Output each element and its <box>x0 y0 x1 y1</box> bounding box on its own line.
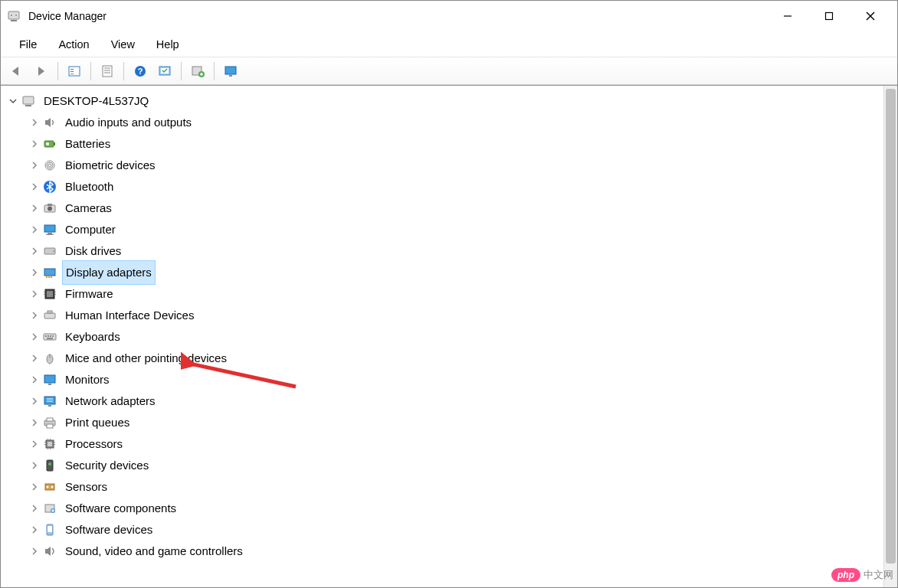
svg-rect-77 <box>50 448 51 449</box>
chevron-right-icon[interactable] <box>28 416 41 429</box>
fingerprint-icon <box>42 158 57 173</box>
mouse-icon <box>42 351 57 366</box>
toolbar: ? <box>1 57 897 85</box>
tree-item[interactable]: Audio inputs and outputs <box>25 112 880 133</box>
chevron-right-icon[interactable] <box>28 352 41 364</box>
tree-item[interactable]: Software components <box>25 498 880 519</box>
tree-item[interactable]: Sensors <box>25 476 880 498</box>
svg-rect-27 <box>54 142 55 145</box>
tree-item[interactable]: Processors <box>25 433 880 455</box>
chevron-right-icon[interactable] <box>28 395 41 407</box>
svg-rect-67 <box>47 424 53 428</box>
tree-item-label: Software devices <box>62 518 156 541</box>
tree-item-label: Software components <box>62 497 179 520</box>
svg-rect-49 <box>54 292 56 292</box>
tree-root-label: DESKTOP-4L537JQ <box>41 90 152 113</box>
maximize-button[interactable] <box>808 2 850 31</box>
chevron-right-icon[interactable] <box>28 288 41 300</box>
chevron-right-icon[interactable] <box>28 138 41 150</box>
scan-button[interactable] <box>153 60 176 82</box>
chevron-right-icon[interactable] <box>28 181 41 193</box>
chevron-right-icon[interactable] <box>28 438 41 450</box>
svg-rect-62 <box>48 384 51 385</box>
tree-item[interactable]: Human Interface Devices <box>25 305 880 326</box>
svg-rect-44 <box>51 276 52 278</box>
chevron-right-icon[interactable] <box>28 481 41 493</box>
svg-rect-5 <box>826 13 833 20</box>
display-adapter-icon <box>42 265 57 280</box>
menu-action[interactable]: Action <box>48 34 100 55</box>
printer-icon <box>42 415 57 430</box>
tree-item[interactable]: Computer <box>25 219 880 240</box>
chevron-right-icon[interactable] <box>28 202 41 214</box>
cpu-icon <box>42 436 57 452</box>
tree-item[interactable]: Security devices <box>25 455 880 476</box>
menu-help[interactable]: Help <box>146 34 190 55</box>
close-button[interactable] <box>850 2 891 31</box>
tree-item[interactable]: Software devices <box>25 519 880 541</box>
vertical-scrollbar[interactable] <box>883 86 897 587</box>
tree-item[interactable]: Biometric devices <box>25 155 880 176</box>
svg-rect-11 <box>70 74 74 74</box>
tree-item[interactable]: Disk drives <box>25 240 880 262</box>
tree-item-label: Sensors <box>62 475 110 498</box>
minimize-button[interactable] <box>767 2 808 31</box>
watermark-text: 中文网 <box>864 568 893 582</box>
help-button[interactable]: ? <box>129 60 152 82</box>
show-hidden-button[interactable] <box>63 60 86 82</box>
tree-item[interactable]: Firmware <box>25 283 880 305</box>
disk-icon <box>42 243 57 259</box>
chevron-right-icon[interactable] <box>28 245 41 257</box>
chevron-right-icon[interactable] <box>28 459 41 472</box>
menu-view[interactable]: View <box>100 34 146 55</box>
tree-item[interactable]: Mice and other pointing devices <box>25 348 880 369</box>
tree-item[interactable]: Print queues <box>25 412 880 433</box>
scrollbar-thumb[interactable] <box>886 89 896 564</box>
svg-point-81 <box>47 486 49 488</box>
tree-item[interactable]: Sound, video and game controllers <box>25 541 880 562</box>
chevron-right-icon[interactable] <box>28 159 41 172</box>
chevron-right-icon[interactable] <box>28 224 41 236</box>
tree-item-label: Cameras <box>62 197 115 220</box>
svg-rect-35 <box>48 204 52 206</box>
chevron-right-icon[interactable] <box>28 309 41 322</box>
display-button[interactable] <box>219 60 242 82</box>
chevron-right-icon[interactable] <box>28 502 41 514</box>
tree-item-label: Monitors <box>62 368 113 391</box>
properties-button[interactable] <box>96 60 119 82</box>
chevron-right-icon[interactable] <box>28 116 41 129</box>
chevron-right-icon[interactable] <box>28 331 41 343</box>
toolbar-separator <box>57 62 58 80</box>
tree-item[interactable]: Batteries <box>25 133 880 155</box>
svg-rect-71 <box>44 444 46 445</box>
svg-rect-76 <box>48 448 48 449</box>
svg-rect-24 <box>23 96 34 104</box>
svg-rect-52 <box>48 311 52 313</box>
tree-item[interactable]: Monitors <box>25 369 880 390</box>
chevron-down-icon[interactable] <box>7 95 19 107</box>
forward-button[interactable] <box>30 60 53 82</box>
back-button[interactable] <box>5 60 28 82</box>
tree-item[interactable]: Keyboards <box>25 326 880 348</box>
app-icon <box>7 9 21 23</box>
watermark-badge: php <box>831 568 860 582</box>
chevron-right-icon[interactable] <box>28 545 41 557</box>
svg-point-40 <box>53 250 54 252</box>
tree-item[interactable]: Bluetooth <box>25 176 880 198</box>
menu-file[interactable]: File <box>8 34 48 55</box>
device-tree[interactable]: DESKTOP-4L537JQ Audio inputs and outputs… <box>1 86 883 587</box>
tree-root-row[interactable]: DESKTOP-4L537JQ <box>4 90 880 112</box>
tree-item[interactable]: Network adapters <box>25 390 880 412</box>
menubar: File Action View Help <box>1 31 897 57</box>
chevron-right-icon[interactable] <box>28 266 41 279</box>
svg-rect-0 <box>8 11 19 19</box>
chevron-right-icon[interactable] <box>28 524 41 536</box>
tree-item[interactable]: Cameras <box>25 198 880 219</box>
update-driver-button[interactable] <box>186 60 209 82</box>
chevron-right-icon[interactable] <box>28 374 41 386</box>
tree-item-label: Keyboards <box>62 325 123 348</box>
svg-rect-55 <box>48 335 49 337</box>
svg-rect-9 <box>70 69 74 70</box>
tree-item[interactable]: Display adapters <box>25 262 880 283</box>
network-icon <box>42 394 57 409</box>
